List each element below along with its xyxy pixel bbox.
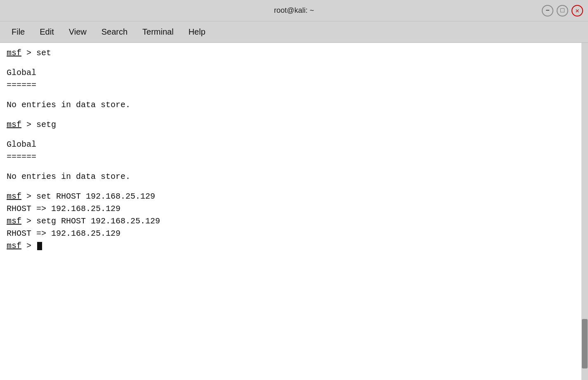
menu-terminal[interactable]: Terminal <box>135 24 181 40</box>
terminal-line: RHOST => 192.168.25.129 <box>7 228 575 240</box>
terminal-line: msf > set <box>7 47 575 59</box>
prompt-msf: msf <box>7 120 21 129</box>
close-button[interactable]: ✕ <box>571 5 583 16</box>
scrollbar-track[interactable] <box>581 43 588 380</box>
prompt-msf: msf <box>7 48 21 58</box>
menu-help[interactable]: Help <box>181 24 213 40</box>
cursor <box>37 242 42 250</box>
terminal-line: Global <box>7 138 575 151</box>
terminal-line: Global <box>7 67 575 79</box>
title-bar: root@kali: ~ − □ ✕ <box>0 0 588 21</box>
prompt-msf: msf <box>7 216 21 226</box>
menu-search[interactable]: Search <box>94 24 135 40</box>
terminal-line: No entries in data store. <box>7 171 575 183</box>
terminal-window: root@kali: ~ − □ ✕ File Edit View Search… <box>0 0 588 380</box>
menu-bar: File Edit View Search Terminal Help <box>0 21 588 43</box>
menu-edit[interactable]: Edit <box>32 24 61 40</box>
terminal-line: ====== <box>7 79 575 91</box>
prompt-msf: msf <box>7 241 21 251</box>
window-title: root@kali: ~ <box>46 6 542 15</box>
terminal-content[interactable]: msf > set Global ====== No entries in da… <box>0 43 581 380</box>
terminal-line: msf > setg <box>7 119 575 131</box>
terminal-line: No entries in data store. <box>7 99 575 111</box>
terminal-prompt-active: msf > <box>7 240 575 252</box>
terminal-body: msf > set Global ====== No entries in da… <box>0 43 588 380</box>
menu-file[interactable]: File <box>4 24 32 40</box>
maximize-button[interactable]: □ <box>557 5 568 16</box>
terminal-line: RHOST => 192.168.25.129 <box>7 203 575 215</box>
scrollbar-thumb[interactable] <box>582 319 588 368</box>
window-controls: − □ ✕ <box>542 5 583 16</box>
minimize-button[interactable]: − <box>542 5 553 16</box>
terminal-line: msf > setg RHOST 192.168.25.129 <box>7 215 575 228</box>
menu-view[interactable]: View <box>61 24 94 40</box>
terminal-line: ====== <box>7 151 575 163</box>
prompt-msf: msf <box>7 192 21 201</box>
terminal-line: msf > set RHOST 192.168.25.129 <box>7 190 575 203</box>
